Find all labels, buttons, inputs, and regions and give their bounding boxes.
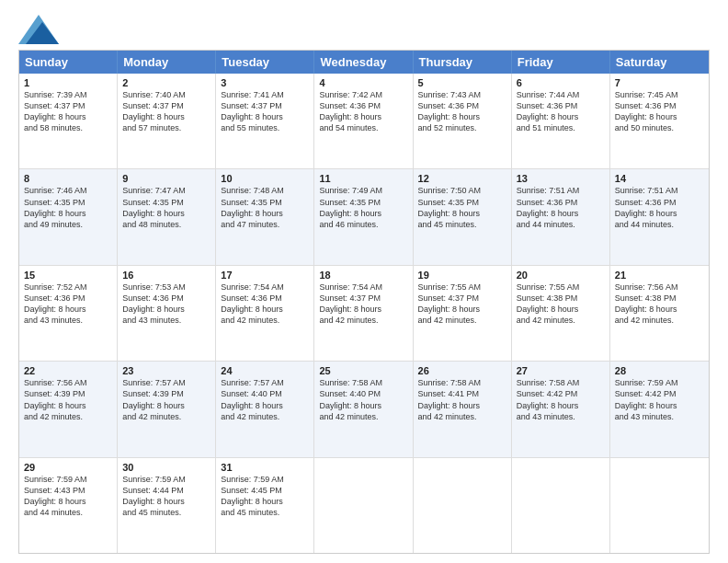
calendar-cell: 26 Sunrise: 7:58 AMSunset: 4:41 PMDaylig…	[414, 362, 512, 456]
day-number: 23	[122, 365, 210, 376]
calendar-cell: 20 Sunrise: 7:55 AMSunset: 4:38 PMDaylig…	[512, 266, 610, 361]
calendar-cell: 1 Sunrise: 7:39 AMSunset: 4:37 PMDayligh…	[19, 74, 118, 168]
day-number: 31	[221, 462, 309, 473]
day-info: Sunrise: 7:59 AMSunset: 4:43 PMDaylight:…	[24, 475, 87, 517]
logo-icon	[18, 15, 55, 40]
calendar-cell-empty	[512, 458, 610, 553]
calendar-cell: 7 Sunrise: 7:45 AMSunset: 4:36 PMDayligh…	[610, 74, 709, 168]
day-info: Sunrise: 7:58 AMSunset: 4:40 PMDaylight:…	[319, 378, 382, 420]
calendar-body: 1 Sunrise: 7:39 AMSunset: 4:37 PMDayligh…	[19, 74, 709, 553]
weekday-header: Saturday	[610, 51, 709, 74]
day-number: 20	[517, 270, 605, 281]
day-number: 24	[221, 365, 309, 376]
day-number: 4	[319, 77, 407, 88]
calendar-cell: 9 Sunrise: 7:47 AMSunset: 4:35 PMDayligh…	[118, 169, 216, 264]
calendar-row: 15 Sunrise: 7:52 AMSunset: 4:36 PMDaylig…	[19, 265, 709, 361]
day-info: Sunrise: 7:55 AMSunset: 4:37 PMDaylight:…	[418, 282, 482, 325]
calendar-cell: 24 Sunrise: 7:57 AMSunset: 4:40 PMDaylig…	[216, 362, 314, 456]
calendar-cell: 15 Sunrise: 7:52 AMSunset: 4:36 PMDaylig…	[19, 266, 118, 361]
day-number: 12	[418, 173, 506, 184]
calendar-cell: 11 Sunrise: 7:49 AMSunset: 4:35 PMDaylig…	[314, 169, 413, 264]
calendar-cell: 5 Sunrise: 7:43 AMSunset: 4:36 PMDayligh…	[414, 74, 512, 168]
day-number: 27	[517, 365, 605, 376]
day-number: 21	[615, 270, 704, 281]
calendar-cell-empty	[314, 458, 413, 553]
calendar-cell: 30 Sunrise: 7:59 AMSunset: 4:44 PMDaylig…	[118, 458, 216, 553]
day-info: Sunrise: 7:45 AMSunset: 4:36 PMDaylight:…	[615, 90, 678, 132]
calendar-cell: 19 Sunrise: 7:55 AMSunset: 4:37 PMDaylig…	[414, 266, 512, 361]
calendar-cell: 23 Sunrise: 7:57 AMSunset: 4:39 PMDaylig…	[118, 362, 216, 456]
day-info: Sunrise: 7:56 AMSunset: 4:38 PMDaylight:…	[615, 282, 678, 325]
calendar-cell: 22 Sunrise: 7:56 AMSunset: 4:39 PMDaylig…	[19, 362, 118, 456]
calendar-cell: 31 Sunrise: 7:59 AMSunset: 4:45 PMDaylig…	[216, 458, 314, 553]
calendar-cell: 8 Sunrise: 7:46 AMSunset: 4:35 PMDayligh…	[19, 169, 118, 264]
day-info: Sunrise: 7:43 AMSunset: 4:36 PMDaylight:…	[418, 90, 482, 132]
day-number: 28	[615, 365, 704, 376]
calendar-cell: 27 Sunrise: 7:58 AMSunset: 4:42 PMDaylig…	[512, 362, 610, 456]
calendar-cell: 28 Sunrise: 7:59 AMSunset: 4:42 PMDaylig…	[610, 362, 709, 456]
day-info: Sunrise: 7:52 AMSunset: 4:36 PMDaylight:…	[24, 282, 87, 325]
day-info: Sunrise: 7:42 AMSunset: 4:36 PMDaylight:…	[319, 90, 382, 132]
day-info: Sunrise: 7:56 AMSunset: 4:39 PMDaylight:…	[24, 378, 87, 420]
logo	[18, 15, 59, 40]
page: SundayMondayTuesdayWednesdayThursdayFrid…	[0, 0, 728, 563]
calendar: SundayMondayTuesdayWednesdayThursdayFrid…	[18, 50, 710, 554]
day-info: Sunrise: 7:54 AMSunset: 4:37 PMDaylight:…	[319, 282, 382, 325]
day-info: Sunrise: 7:59 AMSunset: 4:45 PMDaylight:…	[221, 475, 284, 517]
day-info: Sunrise: 7:53 AMSunset: 4:36 PMDaylight:…	[122, 282, 186, 325]
day-info: Sunrise: 7:48 AMSunset: 4:35 PMDaylight:…	[221, 186, 284, 228]
calendar-cell: 3 Sunrise: 7:41 AMSunset: 4:37 PMDayligh…	[216, 74, 314, 168]
day-info: Sunrise: 7:59 AMSunset: 4:44 PMDaylight:…	[122, 475, 186, 517]
day-number: 1	[24, 77, 112, 88]
calendar-header: SundayMondayTuesdayWednesdayThursdayFrid…	[19, 51, 709, 74]
day-number: 6	[517, 77, 605, 88]
day-number: 8	[24, 173, 112, 184]
day-info: Sunrise: 7:41 AMSunset: 4:37 PMDaylight:…	[221, 90, 284, 132]
calendar-cell: 6 Sunrise: 7:44 AMSunset: 4:36 PMDayligh…	[512, 74, 610, 168]
day-info: Sunrise: 7:51 AMSunset: 4:36 PMDaylight:…	[615, 186, 678, 228]
day-number: 3	[221, 77, 309, 88]
weekday-header: Monday	[118, 51, 216, 74]
day-info: Sunrise: 7:40 AMSunset: 4:37 PMDaylight:…	[122, 90, 186, 132]
calendar-cell: 12 Sunrise: 7:50 AMSunset: 4:35 PMDaylig…	[414, 169, 512, 264]
day-number: 16	[122, 270, 210, 281]
day-number: 18	[319, 270, 407, 281]
calendar-cell: 25 Sunrise: 7:58 AMSunset: 4:40 PMDaylig…	[314, 362, 413, 456]
day-number: 22	[24, 365, 112, 376]
day-number: 19	[418, 270, 506, 281]
day-number: 15	[24, 270, 112, 281]
day-info: Sunrise: 7:49 AMSunset: 4:35 PMDaylight:…	[319, 186, 382, 228]
calendar-cell: 2 Sunrise: 7:40 AMSunset: 4:37 PMDayligh…	[118, 74, 216, 168]
weekday-header: Friday	[512, 51, 610, 74]
day-info: Sunrise: 7:51 AMSunset: 4:36 PMDaylight:…	[517, 186, 580, 228]
day-info: Sunrise: 7:58 AMSunset: 4:41 PMDaylight:…	[418, 378, 482, 420]
weekday-header: Wednesday	[314, 51, 413, 74]
day-info: Sunrise: 7:39 AMSunset: 4:37 PMDaylight:…	[24, 90, 87, 132]
calendar-cell: 13 Sunrise: 7:51 AMSunset: 4:36 PMDaylig…	[512, 169, 610, 264]
calendar-cell: 29 Sunrise: 7:59 AMSunset: 4:43 PMDaylig…	[19, 458, 118, 553]
day-number: 14	[615, 173, 704, 184]
day-number: 9	[122, 173, 210, 184]
day-info: Sunrise: 7:47 AMSunset: 4:35 PMDaylight:…	[122, 186, 186, 228]
calendar-cell: 14 Sunrise: 7:51 AMSunset: 4:36 PMDaylig…	[610, 169, 709, 264]
day-number: 2	[122, 77, 210, 88]
calendar-row: 1 Sunrise: 7:39 AMSunset: 4:37 PMDayligh…	[19, 74, 709, 168]
day-number: 7	[615, 77, 704, 88]
day-number: 25	[319, 365, 407, 376]
calendar-row: 29 Sunrise: 7:59 AMSunset: 4:43 PMDaylig…	[19, 457, 709, 553]
day-number: 13	[517, 173, 605, 184]
calendar-cell: 21 Sunrise: 7:56 AMSunset: 4:38 PMDaylig…	[610, 266, 709, 361]
day-number: 10	[221, 173, 309, 184]
header	[18, 15, 710, 40]
day-info: Sunrise: 7:55 AMSunset: 4:38 PMDaylight:…	[517, 282, 580, 325]
calendar-cell-empty	[610, 458, 709, 553]
day-info: Sunrise: 7:59 AMSunset: 4:42 PMDaylight:…	[615, 378, 678, 420]
weekday-header: Tuesday	[216, 51, 314, 74]
calendar-cell: 18 Sunrise: 7:54 AMSunset: 4:37 PMDaylig…	[314, 266, 413, 361]
day-info: Sunrise: 7:54 AMSunset: 4:36 PMDaylight:…	[221, 282, 284, 325]
calendar-row: 8 Sunrise: 7:46 AMSunset: 4:35 PMDayligh…	[19, 168, 709, 264]
day-info: Sunrise: 7:44 AMSunset: 4:36 PMDaylight:…	[517, 90, 580, 132]
day-info: Sunrise: 7:46 AMSunset: 4:35 PMDaylight:…	[24, 186, 87, 228]
calendar-cell: 10 Sunrise: 7:48 AMSunset: 4:35 PMDaylig…	[216, 169, 314, 264]
day-info: Sunrise: 7:58 AMSunset: 4:42 PMDaylight:…	[517, 378, 580, 420]
